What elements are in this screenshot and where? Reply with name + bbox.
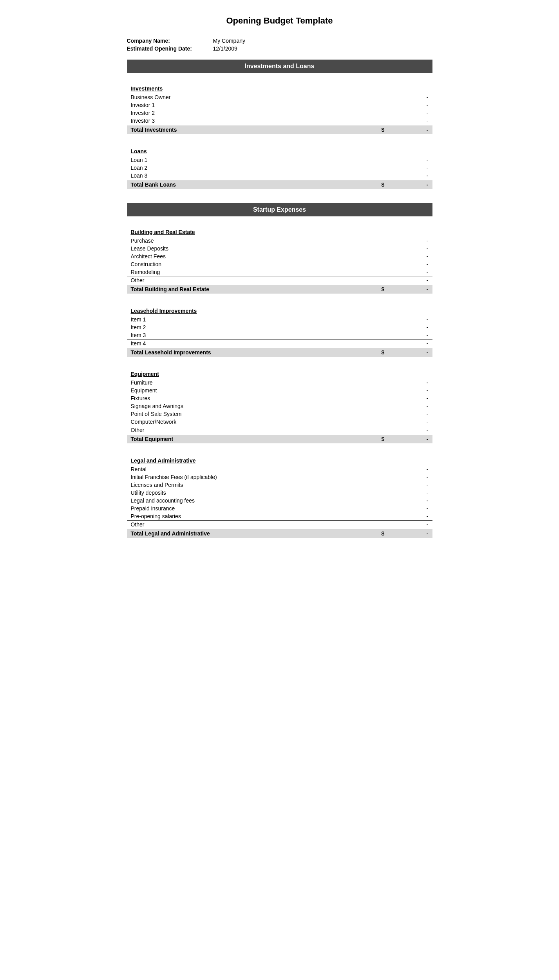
total-legal-row: Total Legal and Administrative $ -: [127, 529, 432, 538]
list-item: Item 2 -: [127, 323, 432, 331]
list-item: Item 1 -: [127, 316, 432, 323]
list-item: Purchase -: [127, 237, 432, 245]
list-item: Investor 3 -: [127, 117, 432, 125]
list-item: Loan 2 -: [127, 164, 432, 172]
list-item: Utility deposits -: [127, 489, 432, 497]
building-title: Building and Real Estate: [127, 229, 432, 235]
list-item: Initial Franchise Fees (if applicable) -: [127, 473, 432, 481]
list-item: Other -: [127, 276, 432, 284]
list-item: Furniture -: [127, 379, 432, 387]
list-item: Remodeling -: [127, 268, 432, 276]
loans-block: Loans Loan 1 - Loan 2 - Loan 3 - Total B…: [127, 142, 432, 195]
startup-expenses-section: Startup Expenses Building and Real Estat…: [127, 203, 432, 538]
equipment-block: Equipment Furniture - Equipment - Fixtur…: [127, 365, 432, 443]
list-item: Lease Deposits -: [127, 245, 432, 252]
total-investments-row: Total Investments $ -: [127, 125, 432, 134]
list-item: Architect Fees -: [127, 252, 432, 260]
page-title: Opening Budget Template: [127, 16, 432, 26]
list-item: Investor 2 -: [127, 109, 432, 117]
total-building-row: Total Building and Real Estate $ -: [127, 285, 432, 294]
opening-date-value: 12/1/2009: [213, 45, 432, 52]
legal-block: Legal and Administrative Rental - Initia…: [127, 451, 432, 538]
list-item: Investor 1 -: [127, 101, 432, 109]
company-name-label: Company Name:: [127, 38, 213, 44]
leasehold-block: Leasehold Improvements Item 1 - Item 2 -…: [127, 301, 432, 357]
total-equipment-row: Total Equipment $ -: [127, 435, 432, 443]
list-item: Construction -: [127, 260, 432, 268]
list-item: Loan 3 -: [127, 172, 432, 180]
building-block: Building and Real Estate Purchase - Leas…: [127, 223, 432, 294]
startup-expenses-header: Startup Expenses: [127, 203, 432, 216]
list-item: Item 4 -: [127, 339, 432, 347]
leasehold-title: Leasehold Improvements: [127, 308, 432, 314]
investments-loans-section: Investments and Loans Investments Busine…: [127, 60, 432, 195]
investments-block: Investments Business Owner - Investor 1 …: [127, 79, 432, 134]
list-item: Item 3 -: [127, 331, 432, 339]
investments-loans-header: Investments and Loans: [127, 60, 432, 73]
list-item: Licenses and Permits -: [127, 481, 432, 489]
list-item: Other -: [127, 426, 432, 434]
legal-title: Legal and Administrative: [127, 457, 432, 464]
list-item: Point of Sale System -: [127, 410, 432, 418]
list-item: Prepaid insurance -: [127, 505, 432, 512]
list-item: Computer/Network -: [127, 418, 432, 426]
total-loans-row: Total Bank Loans $ -: [127, 180, 432, 189]
loans-title: Loans: [127, 148, 432, 154]
list-item: Loan 1 -: [127, 156, 432, 164]
investments-title: Investments: [127, 85, 432, 92]
list-item: Legal and accounting fees -: [127, 497, 432, 505]
list-item: Business Owner -: [127, 93, 432, 101]
list-item: Fixtures -: [127, 394, 432, 402]
company-info: Company Name: My Company Estimated Openi…: [127, 38, 432, 52]
opening-date-label: Estimated Opening Date:: [127, 45, 213, 52]
total-leasehold-row: Total Leasehold Improvements $ -: [127, 348, 432, 357]
list-item: Pre-opening salaries -: [127, 512, 432, 520]
company-name-value: My Company: [213, 38, 432, 44]
list-item: Equipment -: [127, 387, 432, 394]
list-item: Signage and Awnings -: [127, 402, 432, 410]
list-item: Rental -: [127, 465, 432, 473]
list-item: Other -: [127, 520, 432, 528]
equipment-title: Equipment: [127, 371, 432, 377]
